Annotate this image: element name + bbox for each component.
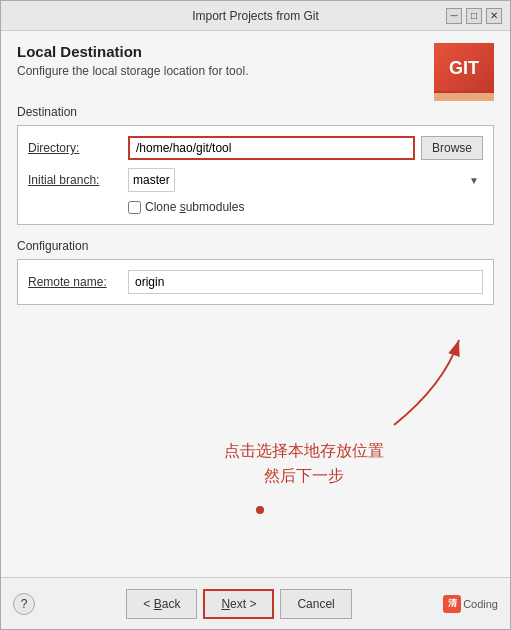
annotation-arrow [304,325,484,445]
remote-name-label-text: Remote name: [28,275,107,289]
logo-icon: 清 [443,595,461,613]
cancel-button[interactable]: Cancel [280,589,351,619]
close-button[interactable]: ✕ [486,8,502,24]
footer: ? < Back Next > Cancel 清 Coding [1,577,510,629]
clone-submodules-checkbox[interactable] [128,201,141,214]
git-logo: GIT [434,43,494,93]
dialog-body: Local Destination Configure the local st… [1,31,510,577]
clone-submodules-checkbox-row: Clone submodules [128,200,244,214]
help-button[interactable]: ? [13,593,35,615]
annotation-text: 点击选择本地存放位置 然后下一步 [224,438,384,489]
annotation-dot [256,506,264,514]
footer-right: 清 Coding [443,595,498,613]
restore-button[interactable]: □ [466,8,482,24]
remote-name-label: Remote name: [28,275,128,289]
window-title: Import Projects from Git [9,9,502,23]
page-title: Local Destination [17,43,426,60]
directory-label-text: Directory: [28,141,79,155]
minimize-button[interactable]: ─ [446,8,462,24]
annotation-area: 点击选择本地存放位置 然后下一步 [17,315,494,569]
dialog-window: Import Projects from Git ─ □ ✕ Local Des… [0,0,511,630]
configuration-section-label: Configuration [17,239,494,253]
initial-branch-select-wrapper: master main ▼ [128,168,483,192]
initial-branch-row: Initial branch: master main ▼ [28,168,483,192]
back-button[interactable]: < Back [126,589,197,619]
clone-submodules-label: Clone submodules [145,200,244,214]
next-button[interactable]: Next > [203,589,274,619]
page-subtitle: Configure the local storage location for… [17,64,426,78]
initial-branch-select[interactable]: master main [128,168,175,192]
annotation-line1: 点击选择本地存放位置 [224,438,384,464]
destination-group: Directory: Browse Initial branch: master… [17,125,494,225]
directory-label: Directory: [28,141,128,155]
annotation-line2: 然后下一步 [224,463,384,489]
footer-logo: 清 Coding [443,595,498,613]
remote-name-input[interactable] [128,270,483,294]
footer-left: ? [13,593,35,615]
configuration-group: Remote name: [17,259,494,305]
clone-submodules-row: Clone submodules [28,200,483,214]
initial-branch-label: Initial branch: [28,173,128,187]
back-label-text: B [154,597,162,611]
remote-name-row: Remote name: [28,270,483,294]
header-text: Local Destination Configure the local st… [17,43,426,78]
window-controls: ─ □ ✕ [446,8,502,24]
footer-logo-text: Coding [463,598,498,610]
footer-center: < Back Next > Cancel [126,589,351,619]
directory-row: Directory: Browse [28,136,483,160]
directory-input[interactable] [128,136,415,160]
select-arrow-icon: ▼ [469,175,479,186]
initial-branch-label-text: Initial branch: [28,173,99,187]
title-bar: Import Projects from Git ─ □ ✕ [1,1,510,31]
next-label-text: N [221,597,230,611]
destination-section-label: Destination [17,105,494,119]
browse-button[interactable]: Browse [421,136,483,160]
header-section: Local Destination Configure the local st… [17,43,494,93]
